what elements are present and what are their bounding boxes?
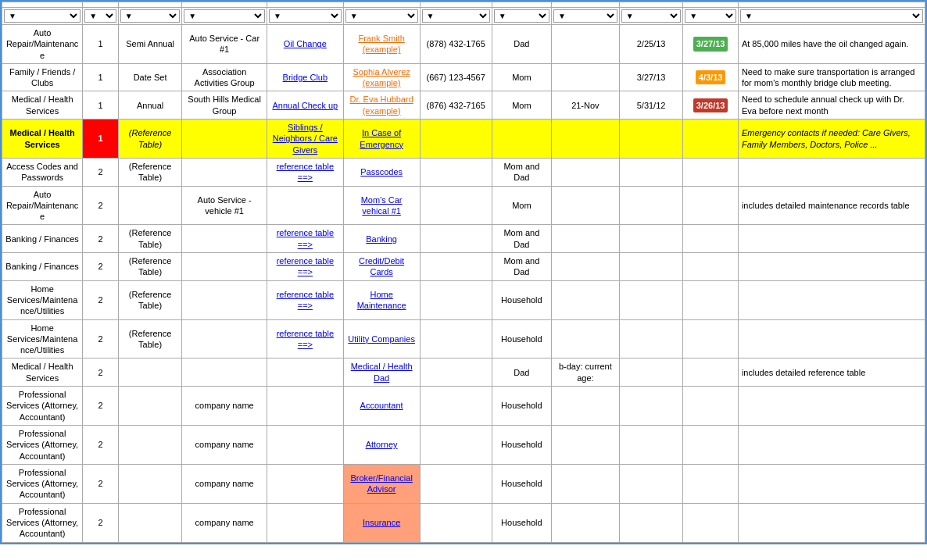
cell-contact[interactable]: Broker/Financial Advisor <box>343 464 420 503</box>
cell-appt[interactable]: Bridge Club <box>267 63 343 91</box>
cell-phone <box>420 358 492 387</box>
cell-bday <box>551 186 619 225</box>
cell-status: Date Set <box>118 63 181 91</box>
cell-status: (Reference Table) <box>118 158 181 186</box>
table-row: Home Services/Maintenance/Utilities2(Ref… <box>2 280 925 319</box>
cell-contact[interactable]: Banking <box>343 225 420 253</box>
cell-category: Medical / Health Services <box>2 358 83 387</box>
filter-family[interactable]: ▼ <box>494 9 549 23</box>
cell-category: Professional Services (Attorney, Account… <box>2 464 83 503</box>
cell-contact[interactable]: Credit/Debit Cards <box>343 253 420 281</box>
cell-category: Auto Repair/Maintenance <box>2 186 83 225</box>
cell-appt[interactable]: Annual Check up <box>267 91 343 119</box>
col-header-comments <box>738 2 925 8</box>
cell-bday <box>551 253 619 281</box>
cell-category: Family / Friends / Clubs <box>2 63 83 91</box>
cell-contact[interactable]: Sophia Alverez (example) <box>343 63 420 91</box>
cell-priority: 1 <box>83 119 119 159</box>
cell-contact[interactable]: Frank Smith (example) <box>343 25 420 64</box>
cell-comments <box>738 253 925 281</box>
filter-bday[interactable]: ▼ <box>553 9 617 23</box>
cell-followup <box>683 253 739 281</box>
cell-status <box>118 186 181 225</box>
cell-family: Dad <box>492 25 551 64</box>
cell-appt[interactable]: reference table ==> <box>267 280 343 319</box>
cell-priority: 2 <box>83 158 119 186</box>
filter-company[interactable]: ▼ <box>184 9 265 23</box>
cell-appt[interactable]: reference table ==> <box>267 319 343 358</box>
cell-lastcontact: 2/25/13 <box>619 25 682 64</box>
cell-contact[interactable]: Accountant <box>343 387 420 426</box>
table-row: Access Codes and Passwords2(Reference Ta… <box>2 158 925 186</box>
cell-contact[interactable]: In Case of Emergency <box>343 119 420 159</box>
cell-comments: At 85,000 miles have the oil changed aga… <box>738 25 925 64</box>
cell-category: Banking / Finances <box>2 253 83 281</box>
table-row: Banking / Finances2(Reference Table)refe… <box>2 225 925 253</box>
cell-appt[interactable]: Oil Change <box>267 25 343 64</box>
cell-company <box>182 280 267 319</box>
filter-category[interactable]: ▼ <box>4 9 81 23</box>
cell-comments <box>738 464 925 503</box>
cell-appt[interactable]: Siblings / Neighbors / Care Givers <box>267 119 343 159</box>
cell-phone <box>420 225 492 253</box>
cell-followup <box>683 158 739 186</box>
filter-contact[interactable]: ▼ <box>345 9 418 23</box>
cell-priority: 1 <box>83 63 119 91</box>
cell-contact[interactable]: Attorney <box>343 425 420 464</box>
cell-followup <box>683 119 739 159</box>
cell-appt[interactable]: reference table ==> <box>267 158 343 186</box>
cell-phone <box>420 503 492 542</box>
cell-bday: b-day: current age: <box>551 358 619 387</box>
filter-status[interactable]: ▼ <box>120 9 180 23</box>
cell-bday <box>551 25 619 64</box>
filter-appt[interactable]: ▼ <box>269 9 342 23</box>
cell-phone: (876) 432-7165 <box>420 91 492 119</box>
cell-lastcontact <box>619 319 682 358</box>
cell-contact[interactable]: Mom's Car vehical #1 <box>343 186 420 225</box>
filter-lastcontact[interactable]: ▼ <box>621 9 681 23</box>
cell-contact[interactable]: Passcodes <box>343 158 420 186</box>
cell-appt <box>267 358 343 387</box>
header-row <box>2 2 925 8</box>
filter-phone[interactable]: ▼ <box>422 9 490 23</box>
table-row: Medical / Health Services2Medical / Heal… <box>2 358 925 387</box>
cell-company <box>182 319 267 358</box>
cell-category: Professional Services (Attorney, Account… <box>2 503 83 542</box>
cell-appt[interactable]: reference table ==> <box>267 225 343 253</box>
cell-followup <box>683 358 739 387</box>
cell-lastcontact <box>619 387 682 426</box>
cell-contact[interactable]: Medical / Health Dad <box>343 358 420 387</box>
cell-company: Association Activities Group <box>182 63 267 91</box>
cell-bday <box>551 225 619 253</box>
cell-priority: 2 <box>83 358 119 387</box>
cell-contact[interactable]: Home Maintenance <box>343 280 420 319</box>
cell-company: company name <box>182 425 267 464</box>
cell-lastcontact <box>619 425 682 464</box>
cell-followup <box>683 387 739 426</box>
cell-comments: includes detailed reference table <box>738 358 925 387</box>
col-header-contact <box>343 2 420 8</box>
cell-company: company name <box>182 387 267 426</box>
cell-followup <box>683 319 739 358</box>
col-header-category <box>2 2 83 8</box>
cell-status: (Reference Table) <box>118 280 181 319</box>
cell-contact[interactable]: Dr. Eva Hubbard (example) <box>343 91 420 119</box>
cell-lastcontact <box>619 186 682 225</box>
cell-status <box>118 464 181 503</box>
cell-bday <box>551 387 619 426</box>
cell-family: Mom and Dad <box>492 158 551 186</box>
filter-comments[interactable]: ▼ <box>740 9 923 23</box>
cell-appt[interactable]: reference table ==> <box>267 253 343 281</box>
cell-comments <box>738 319 925 358</box>
cell-category: Medical / Health Services <box>2 119 83 159</box>
filter-followup[interactable]: ▼ <box>685 9 736 23</box>
cell-contact[interactable]: Insurance <box>343 503 420 542</box>
cell-comments: includes detailed maintenance records ta… <box>738 186 925 225</box>
col-header-bday <box>551 2 619 8</box>
cell-category: Home Services/Maintenance/Utilities <box>2 319 83 358</box>
filter-priority[interactable]: ▼ <box>84 9 116 23</box>
cell-phone: (878) 432-1765 <box>420 25 492 64</box>
cell-priority: 2 <box>83 253 119 281</box>
cell-company: company name <box>182 464 267 503</box>
cell-contact[interactable]: Utility Companies <box>343 319 420 358</box>
